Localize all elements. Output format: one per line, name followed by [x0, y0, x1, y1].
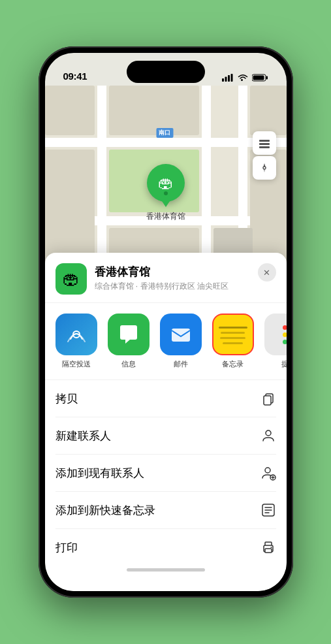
- map-block: [250, 86, 287, 135]
- action-print[interactable]: 打印: [55, 529, 276, 566]
- action-new-contact[interactable]: 新建联系人: [55, 417, 276, 455]
- svg-rect-6: [266, 76, 268, 80]
- print-label: 打印: [55, 540, 78, 555]
- map-direction-badge: 南口: [156, 128, 173, 138]
- mail-label: 邮件: [174, 359, 188, 369]
- notes-line-1: [219, 327, 247, 329]
- venue-icon: 🏟: [55, 263, 87, 295]
- share-item-message[interactable]: 信息: [108, 314, 150, 369]
- share-item-notes[interactable]: 备忘录: [212, 314, 254, 369]
- svg-rect-14: [264, 396, 271, 405]
- airdrop-icon: [65, 323, 87, 346]
- pin-label: 香港体育馆: [146, 211, 185, 222]
- copy-icon: [260, 391, 276, 406]
- svg-rect-12: [172, 329, 190, 342]
- compass-icon: [259, 162, 270, 174]
- dynamic-island: [127, 61, 205, 83]
- home-indicator: [127, 568, 205, 572]
- share-item-more[interactable]: 提: [264, 314, 287, 369]
- svg-rect-0: [222, 78, 224, 82]
- venue-info: 香港体育馆 综合体育馆 · 香港特别行政区 油尖旺区: [95, 266, 276, 291]
- notes-line-2: [221, 332, 245, 334]
- venue-description: 综合体育馆 · 香港特别行政区 油尖旺区: [95, 281, 276, 292]
- stadium-icon: 🏟: [158, 174, 174, 192]
- pin-dot: [164, 191, 168, 195]
- share-row: 隔空投送 信息: [45, 303, 287, 380]
- dot-green: [283, 340, 287, 344]
- signal-icon: [222, 74, 234, 82]
- status-icons: [222, 74, 268, 82]
- action-copy[interactable]: 拷贝: [55, 380, 276, 417]
- map-block: [45, 86, 95, 135]
- action-quick-note[interactable]: 添加到新快速备忘录: [55, 492, 276, 529]
- map-block: [109, 86, 199, 135]
- airdrop-label: 隔空投送: [62, 359, 91, 369]
- status-time: 09:41: [63, 71, 87, 82]
- svg-rect-25: [265, 549, 272, 553]
- notes-line-4: [223, 342, 243, 344]
- svg-point-16: [265, 468, 270, 473]
- map-label-container: 南口: [156, 128, 175, 138]
- quick-note-label: 添加到新快速备忘录: [55, 503, 155, 518]
- copy-label: 拷贝: [55, 391, 78, 406]
- message-icon-box: [108, 314, 150, 355]
- mail-icon: [169, 323, 193, 346]
- print-icon: [260, 539, 276, 555]
- location-pin: 🏟 香港体育馆: [146, 164, 185, 222]
- notes-icon-box: [212, 314, 254, 355]
- action-list: 拷贝 新建联系人 添加到现有联系人: [45, 380, 287, 566]
- svg-point-15: [266, 430, 271, 436]
- notes-line-3: [220, 337, 246, 339]
- svg-rect-5: [253, 76, 264, 80]
- dot-red: [283, 325, 287, 330]
- map-controls: [253, 131, 276, 180]
- close-button[interactable]: ✕: [258, 263, 276, 282]
- svg-rect-3: [230, 74, 232, 82]
- phone-screen: 09:41: [45, 53, 287, 591]
- more-icon-box: [264, 314, 287, 355]
- share-item-mail[interactable]: 邮件: [160, 314, 202, 369]
- notes-icon-wrapper: [212, 314, 254, 355]
- battery-icon: [252, 74, 268, 82]
- message-label: 信息: [121, 359, 136, 369]
- more-dots-container: [283, 325, 287, 344]
- more-label: 提: [281, 359, 287, 369]
- pin-icon: 🏟: [147, 164, 185, 202]
- layers-icon: [258, 137, 271, 150]
- add-contact-label: 添加到现有联系人: [55, 466, 144, 481]
- add-contact-icon: [260, 465, 276, 481]
- venue-name: 香港体育馆: [95, 266, 276, 279]
- svg-rect-2: [228, 75, 230, 82]
- map-layer-button[interactable]: [253, 131, 276, 155]
- bottom-sheet: 🏟 香港体育馆 综合体育馆 · 香港特别行政区 油尖旺区 ✕: [45, 253, 287, 591]
- action-add-contact[interactable]: 添加到现有联系人: [55, 455, 276, 492]
- new-contact-icon: [260, 428, 276, 443]
- notes-label: 备忘录: [222, 359, 244, 369]
- svg-rect-1: [225, 77, 227, 82]
- venue-header: 🏟 香港体育馆 综合体育馆 · 香港特别行政区 油尖旺区 ✕: [45, 253, 287, 303]
- airdrop-icon-box: [55, 314, 97, 355]
- svg-point-10: [263, 167, 266, 169]
- road: [45, 138, 287, 147]
- new-contact-label: 新建联系人: [55, 428, 111, 443]
- mail-icon-box: [160, 314, 202, 355]
- share-item-airdrop[interactable]: 隔空投送: [55, 314, 97, 369]
- svg-rect-8: [259, 143, 270, 145]
- phone-frame: 09:41: [39, 46, 293, 598]
- location-button[interactable]: [253, 156, 276, 180]
- home-indicator-container: [45, 566, 287, 572]
- dot-yellow: [283, 332, 287, 337]
- wifi-icon: [238, 74, 248, 82]
- message-icon: [117, 323, 140, 346]
- venue-icon-emoji: 🏟: [63, 269, 80, 289]
- svg-point-26: [270, 547, 272, 548]
- quick-note-icon: [260, 502, 276, 518]
- svg-rect-7: [259, 140, 270, 142]
- svg-rect-9: [259, 146, 270, 148]
